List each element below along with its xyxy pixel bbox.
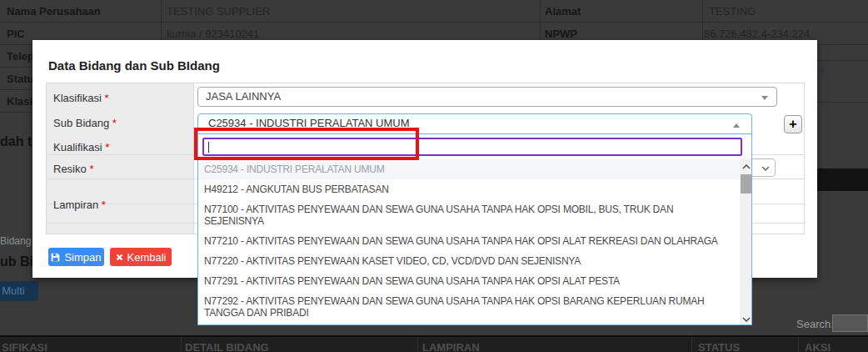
column-divider <box>161 0 162 44</box>
required-asterisk: * <box>104 92 108 104</box>
form-label-column <box>47 83 194 234</box>
background-subheading-clipped: ub Bid <box>0 254 32 269</box>
scrollbar-up-arrow[interactable] <box>740 159 752 173</box>
field-label-npwp: NPWP <box>545 28 577 40</box>
save-button-label: Simpan <box>64 251 101 264</box>
column-divider <box>181 337 182 352</box>
column-divider <box>691 337 692 352</box>
row-divider <box>0 22 868 23</box>
search-label: Search: <box>796 318 834 330</box>
label-sub-bidang: Sub Bidang * <box>53 117 117 129</box>
back-button-label: Kembali <box>127 251 167 264</box>
label-klasifikasi: Klasifikasi * <box>53 92 108 104</box>
dropdown-option[interactable]: N77293 - AKTIVITAS PENYEWAAN DAN SEWA GU… <box>198 323 740 325</box>
dropdown-options-list: C25934 - INDUSTRI PERALATAN UMUM H49212 … <box>198 159 740 325</box>
search-input[interactable] <box>832 314 868 332</box>
dropdown-option[interactable]: N77292 - AKTIVITAS PENYEWAAN DAN SEWA GU… <box>198 291 740 323</box>
dropdown-option[interactable]: N77291 - AKTIVITAS PENYEWAAN DAN SEWA GU… <box>198 271 740 291</box>
dropdown-scrollbar[interactable] <box>740 159 752 325</box>
sub-bidang-selected-value: C25934 - INDUSTRI PERALATAN UMUM <box>208 117 410 129</box>
background-value-fragment: 4 <box>819 63 825 76</box>
multi-button[interactable]: Multi <box>0 281 38 301</box>
field-value-alamat: TESTING <box>709 5 756 18</box>
column-divider <box>798 337 799 352</box>
dropdown-option[interactable]: N77100 - AKTIVITAS PENYEWAAN DAN SEWA GU… <box>198 199 740 231</box>
column-header-klasifikasi-clipped[interactable]: SIFIKASI <box>2 341 47 352</box>
chevron-down-icon <box>761 96 768 100</box>
label-lampiran: Lampiran * <box>53 199 106 211</box>
scrollbar-down-arrow[interactable] <box>740 312 752 325</box>
klasifikasi-select[interactable]: JASA LAINNYA <box>197 87 777 107</box>
required-asterisk: * <box>102 199 106 211</box>
row-divider <box>0 67 32 68</box>
scrollbar-thumb[interactable] <box>741 174 752 194</box>
column-header-status[interactable]: STATUS <box>698 341 740 352</box>
required-asterisk: * <box>89 163 93 175</box>
column-header-detail-bidang[interactable]: DETAIL BIDANG <box>185 341 269 352</box>
klasifikasi-selected-value: JASA LAINNYA <box>206 90 281 103</box>
dropdown-option[interactable]: H49212 - ANGKUTAN BUS PERBATASAN <box>198 179 740 199</box>
background-heading-clipped: dah tid <box>0 134 32 148</box>
label-kualifikasi: Kualifikasi * <box>53 141 109 153</box>
field-value-npwp: 86.726.482.4-234.224 <box>704 28 810 40</box>
chevron-down-icon <box>761 166 770 171</box>
background-text-clipped: Bidang d <box>0 235 32 247</box>
dropdown-option[interactable]: N77220 - AKTIVITAS PENYEWAAN KASET VIDEO… <box>198 251 740 271</box>
sub-bidang-select[interactable]: C25934 - INDUSTRI PERALATAN UMUM <box>197 113 752 135</box>
row-divider <box>0 112 32 113</box>
close-icon <box>116 254 123 261</box>
save-icon <box>51 253 60 262</box>
chevron-up-icon <box>733 123 740 128</box>
label-resiko: Resiko * <box>53 163 93 175</box>
column-header-aksi[interactable]: AKSI <box>805 341 831 352</box>
column-header-lampiran[interactable]: LAMPIRAN <box>422 341 480 352</box>
field-value-pic: kurnia / 923410241 <box>167 28 259 40</box>
column-divider <box>702 0 703 40</box>
required-asterisk: * <box>112 117 117 129</box>
column-divider <box>417 337 418 352</box>
table-header: SIFIKASI DETAIL BIDANG LAMPIRAN STATUS A… <box>0 335 868 352</box>
column-divider <box>540 0 541 40</box>
row-divider <box>817 102 868 103</box>
field-label-alamat: Alamat <box>545 5 581 18</box>
background-dark-band <box>817 168 868 191</box>
save-button[interactable]: Simpan <box>48 248 104 266</box>
field-value-nama-perusahaan: TESTING SUPPLIER <box>167 5 270 18</box>
row-divider <box>817 60 868 61</box>
dropdown-option[interactable]: C25934 - INDUSTRI PERALATAN UMUM <box>198 159 740 179</box>
row-divider <box>0 89 32 90</box>
modal-data-bidang: Data Bidang dan Sub BIdang Klasifikasi *… <box>32 40 817 278</box>
dropdown-option[interactable]: N77210 - AKTIVITAS PENYEWAAN DAN SEWA GU… <box>198 231 740 251</box>
modal-title: Data Bidang dan Sub BIdang <box>48 58 220 73</box>
dropdown-search-input[interactable] <box>202 138 742 156</box>
text-cursor <box>208 142 209 153</box>
add-sub-bidang-button[interactable]: + <box>784 115 802 133</box>
sub-bidang-dropdown-panel: C25934 - INDUSTRI PERALATAN UMUM H49212 … <box>197 133 752 325</box>
required-asterisk: * <box>105 141 109 153</box>
back-button[interactable]: Kembali <box>110 248 172 266</box>
field-label-pic: PIC <box>7 28 25 40</box>
field-label-nama-perusahaan: Nama Perusahaan <box>7 5 101 18</box>
